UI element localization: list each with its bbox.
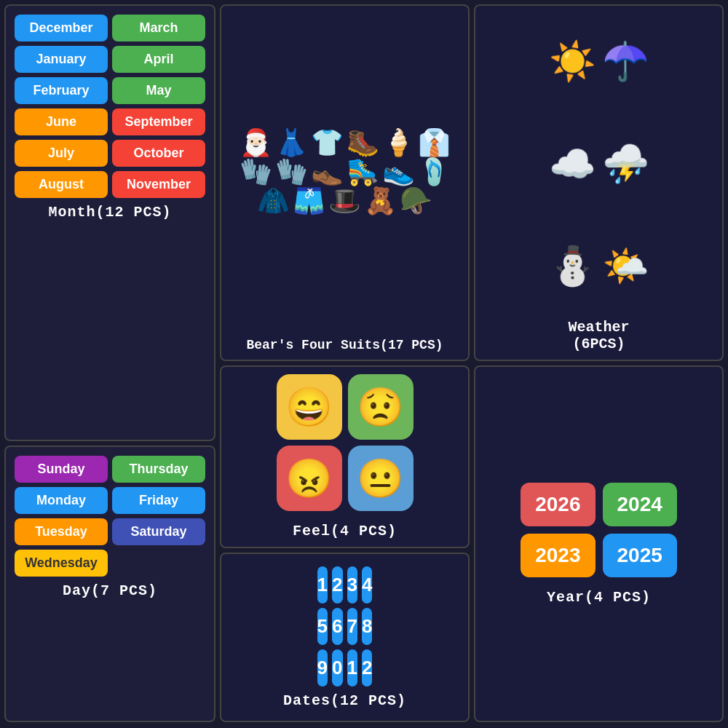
month-badge[interactable]: March [112,15,205,41]
bear-title: Bear's Four Suits(17 PCS) [221,338,468,352]
month-badge[interactable]: April [112,46,205,73]
month-badge[interactable]: July [15,140,108,167]
weather-icon: ☀️ [549,39,596,84]
clothing-item: 🩳 [293,188,325,214]
dates-title: Dates(12 PCS) [283,692,406,709]
bear-panel: 🎅🏻👗👕🥾🍦👔🧤🧤👞🛼👟🩴🧥🩳🎩🧸🪖 Bear's Four Suits(17 … [220,4,470,361]
clothing-scene: 🎅🏻👗👕🥾🍦👔🧤🧤👞🛼👟🩴🧥🩳🎩🧸🪖 [221,122,468,243]
date-badge[interactable]: 2 [332,566,342,604]
clothing-item: 🪖 [400,188,432,214]
bottom-middle: 😄😟😠😐 Feel(4 PCS) 123456789012 Dates(12 P… [220,365,470,722]
day-badge[interactable]: Monday [15,487,108,514]
month-badge[interactable]: February [15,77,108,104]
weather-icon: ☁️ [549,141,596,186]
clothing-item: 🍦 [382,130,415,156]
clothing-item: 🩴 [418,159,451,185]
month-badge[interactable]: September [112,108,205,135]
clothing-item: 🧤 [240,159,272,185]
date-badge[interactable]: 5 [317,608,328,645]
date-badge[interactable]: 6 [332,608,342,645]
date-badge[interactable]: 1 [347,649,357,687]
weather-icon: ⛄ [549,243,596,288]
date-badge[interactable]: 8 [362,608,372,645]
year-badge[interactable]: 2023 [521,534,595,577]
day-badge[interactable]: Tuesday [15,518,108,545]
feel-face: 😐 [348,446,414,511]
weather-icon: ⛈️ [602,141,649,186]
month-grid: DecemberMarchJanuaryAprilFebruaryMayJune… [15,15,205,198]
clothing-item: 🥾 [347,130,379,156]
day-badge[interactable]: Friday [112,487,205,514]
month-title: Month(12 PCS) [15,204,205,221]
feel-face: 😄 [277,374,342,440]
feel-grid: 😄😟😠😐 [277,374,414,511]
clothing-item: 🧸 [364,188,397,214]
date-badge[interactable]: 4 [362,566,372,604]
date-badge[interactable]: 0 [332,649,342,687]
month-panel: DecemberMarchJanuaryAprilFebruaryMayJune… [4,4,215,441]
day-badge[interactable]: Thursday [112,456,205,483]
month-badge[interactable]: August [15,171,108,198]
year-title: Year(4 PCS) [547,589,651,606]
month-badge[interactable]: January [15,46,108,73]
weather-icon: 🌤️ [602,243,649,288]
year-panel: 2026202420232025 Year(4 PCS) [474,365,724,722]
date-badge[interactable]: 9 [317,649,328,687]
main-container: DecemberMarchJanuaryAprilFebruaryMayJune… [0,0,728,728]
clothing-item: 👗 [275,130,308,156]
day-badge[interactable]: Sunday [15,456,108,483]
weather-panel: ☀️☂️☁️⛈️⛄🌤️ Weather(6PCS) [474,4,724,361]
date-badge[interactable]: 2 [362,649,372,687]
dates-grid: 123456789012 [317,566,373,687]
clothing-item: 🎩 [328,188,361,214]
feel-face: 😟 [348,374,414,440]
month-badge[interactable]: November [112,171,205,198]
clothing-item: 🎅🏻 [240,130,272,156]
clothing-item: 👟 [382,159,415,185]
clothing-item: 🧥 [257,188,290,214]
day-badge[interactable]: Wednesday [15,550,108,577]
month-badge[interactable]: May [112,77,205,104]
month-badge[interactable]: June [15,108,108,135]
weather-icon: ☂️ [602,39,649,84]
year-badge[interactable]: 2025 [603,534,677,577]
left-column: DecemberMarchJanuaryAprilFebruaryMayJune… [4,4,215,722]
day-badge[interactable]: Saturday [112,518,205,545]
clothing-item: 👞 [311,159,344,185]
day-title: Day(7 PCS) [15,582,205,599]
month-badge[interactable]: October [112,140,205,167]
dates-sub-panel: 123456789012 Dates(12 PCS) [220,553,470,722]
weather-title: Weather(6PCS) [568,319,629,352]
month-badge[interactable]: December [15,15,108,41]
year-badge[interactable]: 2026 [521,483,595,526]
year-badge[interactable]: 2024 [603,483,677,526]
feel-face: 😠 [277,446,342,511]
day-grid: SundayThursdayMondayFridayTuesdaySaturda… [15,456,205,577]
date-badge[interactable]: 1 [317,566,328,604]
weather-grid: ☀️☂️☁️⛈️⛄🌤️ [549,13,649,314]
clothing-item: 👕 [311,130,344,156]
date-badge[interactable]: 7 [347,608,357,645]
feel-title: Feel(4 PCS) [293,523,397,539]
date-badge[interactable]: 3 [347,566,357,604]
clothing-item: 👔 [418,130,451,156]
clothing-item: 🧤 [275,159,308,185]
year-grid: 2026202420232025 [521,483,677,577]
feel-sub-panel: 😄😟😠😐 Feel(4 PCS) [220,365,470,548]
clothing-item: 🛼 [347,159,379,185]
day-panel: SundayThursdayMondayFridayTuesdaySaturda… [4,446,215,722]
